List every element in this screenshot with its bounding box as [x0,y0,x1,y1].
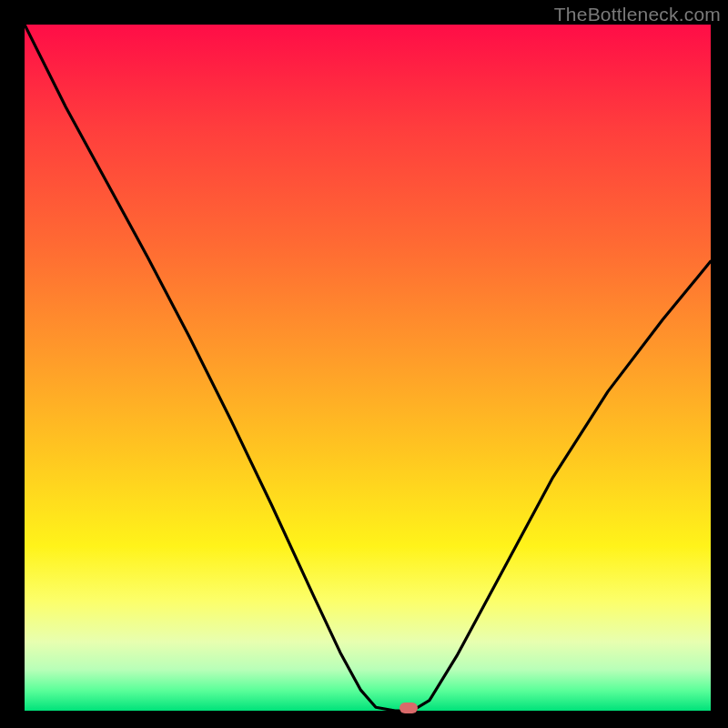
chart-frame: TheBottleneck.com [0,0,728,728]
bottleneck-curve [25,25,711,711]
optimum-marker [399,703,418,713]
plot-area [25,25,711,711]
watermark-text: TheBottleneck.com [554,4,721,25]
